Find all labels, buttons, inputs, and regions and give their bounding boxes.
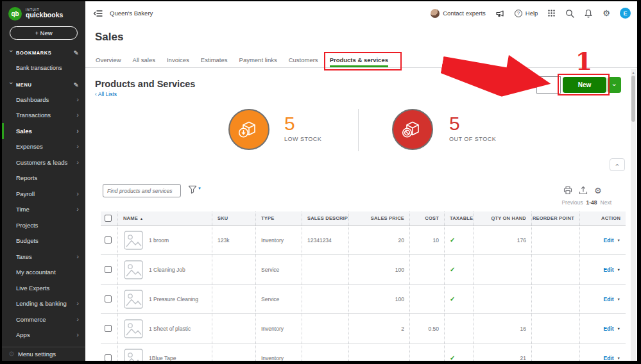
sidebar-item-expenses[interactable]: Expenses› (2, 139, 85, 155)
name-cell[interactable]: 1Blue Tape (117, 343, 212, 361)
tab-estimates[interactable]: Estimates (201, 56, 228, 67)
edit-link[interactable]: Edit (603, 326, 613, 332)
sidebar-item-projects[interactable]: Projects (2, 217, 85, 233)
edit-link[interactable]: Edit (603, 237, 613, 244)
sidebar-item-bank-transactions[interactable]: Bank transactions (2, 63, 85, 72)
product-name[interactable]: 1Blue Tape (149, 355, 176, 361)
sidebar-item-apps[interactable]: Apps› (2, 327, 85, 343)
row-checkbox[interactable] (105, 295, 112, 302)
contact-experts-button[interactable]: Contact experts (431, 9, 486, 18)
filter-button[interactable]: ▼ (188, 185, 201, 194)
collapse-widgets-button[interactable]: › (610, 158, 625, 171)
product-name[interactable]: 1 broom (149, 237, 169, 244)
row-checkbox[interactable] (105, 266, 112, 273)
name-cell[interactable]: 1 broom (117, 226, 212, 254)
name-cell[interactable]: 1 Pressure Cleaning (117, 285, 212, 313)
vertical-scrollbar[interactable]: ▲ ▼ (631, 69, 636, 361)
taxable-cell: ✓ (444, 285, 473, 313)
sidebar-item-label: Live Experts (16, 285, 49, 292)
column-header-cost[interactable]: COST (409, 211, 444, 225)
row-checkbox[interactable] (105, 325, 112, 332)
product-name[interactable]: 1 Pressure Cleaning (149, 296, 198, 302)
obscured-toolbar-field[interactable] (536, 76, 561, 94)
sidebar-item-my-accountant[interactable]: My accountant (2, 265, 85, 281)
collapse-nav-icon[interactable] (93, 9, 103, 18)
column-header-taxable[interactable]: TAXABLE (444, 211, 473, 225)
megaphone-icon[interactable] (495, 9, 505, 18)
menu-settings-button[interactable]: ⚙ Menu settings (2, 347, 85, 361)
sidebar-item-time[interactable]: Time› (2, 202, 85, 218)
edit-pencil-icon[interactable]: ✎ (74, 49, 79, 56)
tab-customers[interactable]: Customers (289, 56, 318, 67)
apps-grid-icon[interactable] (547, 9, 556, 17)
sidebar-item-taxes[interactable]: Taxes› (2, 249, 85, 265)
new-product-button[interactable]: New (563, 77, 606, 93)
product-name[interactable]: 1 Cleaning Job (149, 267, 185, 273)
column-header-sku[interactable]: SKU (212, 211, 255, 225)
sidebar-item-customers-leads[interactable]: Customers & leads› (2, 154, 85, 170)
print-icon[interactable] (563, 186, 572, 195)
bookmarks-section-header[interactable]: › BOOKMARKS ✎ (2, 49, 85, 56)
column-header-qty-on-hand[interactable]: QTY ON HAND (473, 211, 531, 225)
edit-dropdown-icon[interactable]: ▼ (617, 268, 620, 272)
export-icon[interactable] (579, 186, 588, 195)
tab-all-sales[interactable]: All sales (133, 56, 155, 67)
search-icon[interactable] (565, 9, 574, 18)
row-checkbox[interactable] (105, 354, 112, 361)
company-name[interactable]: Queen's Bakery (110, 10, 153, 17)
new-button-dropdown[interactable]: › (608, 77, 621, 93)
edit-link[interactable]: Edit (603, 355, 613, 361)
menu-section-header[interactable]: › MENU ✎ (2, 81, 85, 88)
select-all-checkbox[interactable] (105, 215, 112, 222)
column-header-action[interactable]: ACTION (579, 211, 626, 225)
out-of-stock-count[interactable]: 5 (449, 114, 460, 133)
chevron-right-icon: › (76, 190, 79, 197)
edit-link[interactable]: Edit (603, 296, 613, 302)
page-title: Sales (95, 31, 123, 44)
help-button[interactable]: ? Help (515, 10, 538, 17)
sidebar-item-live-experts[interactable]: Live Experts (2, 280, 85, 296)
table-settings-gear-icon[interactable]: ⚙ (594, 186, 602, 195)
sidebar-item-sales[interactable]: Sales› (2, 123, 85, 139)
sidebar-new-button[interactable]: + New (10, 26, 78, 40)
user-avatar[interactable]: E (620, 8, 631, 19)
search-input[interactable] (103, 184, 181, 197)
edit-dropdown-icon[interactable]: ▼ (617, 356, 620, 360)
edit-pencil-icon[interactable]: ✎ (74, 81, 79, 88)
pagination-next[interactable]: Next (601, 199, 611, 206)
out-of-stock-icon[interactable] (392, 109, 433, 150)
sidebar-item-payroll[interactable]: Payroll› (2, 186, 85, 202)
sidebar-item-lending-banking[interactable]: Lending & banking› (2, 296, 85, 312)
column-header-sales-price[interactable]: SALES PRICE (348, 211, 409, 225)
edit-dropdown-icon[interactable]: ▼ (617, 238, 620, 242)
sidebar-item-reports[interactable]: Reports (2, 170, 85, 186)
sidebar-item-transactions[interactable]: Transactions› (2, 108, 85, 124)
sidebar-item-dashboards[interactable]: Dashboards› (2, 92, 85, 108)
column-header-type[interactable]: TYPE (255, 211, 302, 225)
notifications-bell-icon[interactable] (584, 9, 593, 18)
column-header-sales-description[interactable]: SALES DESCRIPTION (302, 211, 348, 225)
scrollbar-thumb[interactable] (631, 76, 635, 122)
tab-payment-links[interactable]: Payment links (239, 56, 277, 67)
low-stock-count[interactable]: 5 (284, 114, 295, 133)
row-checkbox[interactable] (105, 236, 112, 244)
column-header-name[interactable]: NAME▲ (117, 211, 212, 225)
sidebar-item-budgets[interactable]: Budgets (2, 233, 85, 249)
pagination-previous[interactable]: Previous (561, 199, 583, 206)
product-name[interactable]: 1 Sheet of plastic (149, 326, 191, 332)
edit-dropdown-icon[interactable]: ▼ (617, 297, 620, 301)
all-lists-link[interactable]: ‹ All Lists (95, 91, 117, 97)
tab-invoices[interactable]: Invoices (167, 56, 189, 67)
sales-description-cell (302, 314, 348, 343)
settings-gear-icon[interactable]: ⚙ (603, 9, 610, 17)
edit-dropdown-icon[interactable]: ▼ (617, 327, 620, 331)
tab-products-services[interactable]: Products & services (330, 56, 388, 67)
edit-link[interactable]: Edit (603, 267, 613, 273)
scroll-up-icon[interactable]: ▲ (631, 69, 636, 75)
sidebar-item-commerce[interactable]: Commerce› (2, 311, 85, 327)
low-stock-icon[interactable] (228, 109, 269, 150)
tab-overview[interactable]: Overview (96, 56, 121, 67)
name-cell[interactable]: 1 Cleaning Job (117, 255, 212, 284)
column-header-reorder-point[interactable]: REORDER POINT (531, 211, 579, 225)
name-cell[interactable]: 1 Sheet of plastic (117, 314, 212, 343)
